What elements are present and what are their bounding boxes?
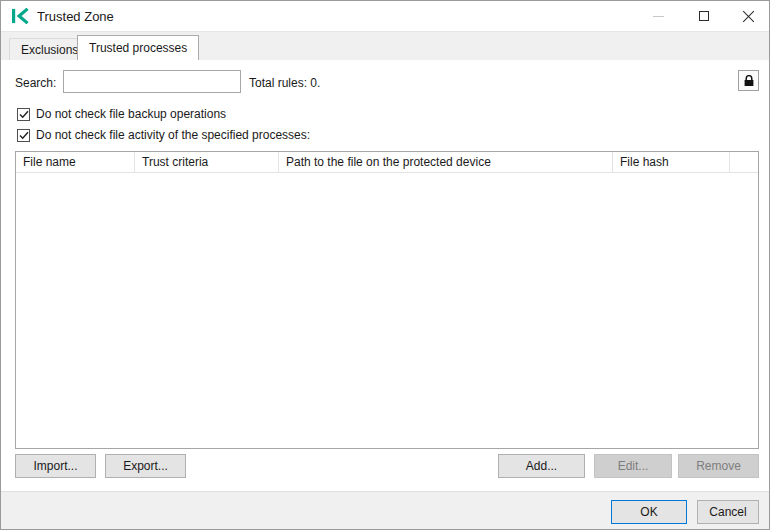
export-button[interactable]: Export... (105, 454, 186, 478)
lock-button[interactable] (738, 70, 759, 91)
column-header-path[interactable]: Path to the file on the protected device (279, 152, 613, 172)
checkmark-icon (19, 131, 29, 140)
dialog-footer: OK Cancel (1, 491, 770, 530)
column-header-file-hash[interactable]: File hash (613, 152, 730, 172)
ok-button[interactable]: OK (611, 500, 687, 524)
minimize-button[interactable] (636, 1, 681, 31)
remove-button: Remove (678, 454, 759, 478)
tab-trusted-processes-label: Trusted processes (89, 41, 187, 55)
table-body-empty (16, 173, 758, 448)
tab-exclusions-label: Exclusions (21, 43, 78, 57)
window-title: Trusted Zone (37, 9, 114, 24)
column-header-trust-criteria[interactable]: Trust criteria (135, 152, 279, 172)
tab-trusted-processes[interactable]: Trusted processes (77, 35, 199, 60)
maximize-icon (699, 11, 709, 21)
import-button[interactable]: Import... (15, 454, 96, 478)
edit-button: Edit... (594, 454, 672, 478)
checkbox-checked-icon (17, 129, 30, 142)
table-header-row: File name Trust criteria Path to the fil… (16, 152, 758, 173)
trusted-processes-panel: Search: Total rules: 0. Do not check fil… (1, 60, 770, 491)
maximize-button[interactable] (681, 1, 726, 31)
title-bar: Trusted Zone (1, 1, 770, 31)
kaspersky-logo-icon (11, 8, 29, 24)
close-button[interactable] (726, 1, 770, 31)
checkbox-backup-label: Do not check file backup operations (36, 107, 226, 121)
trusted-processes-table[interactable]: File name Trust criteria Path to the fil… (15, 151, 759, 449)
trusted-zone-dialog: Trusted Zone Exclusions Trusted processe… (0, 0, 770, 530)
checkbox-file-activity-label: Do not check file activity of the specif… (36, 128, 310, 142)
cancel-button[interactable]: Cancel (697, 500, 759, 524)
search-input[interactable] (63, 70, 241, 93)
checkbox-file-activity[interactable]: Do not check file activity of the specif… (17, 128, 310, 142)
add-button[interactable]: Add... (498, 454, 585, 478)
close-icon (743, 10, 755, 22)
checkbox-backup-operations[interactable]: Do not check file backup operations (17, 107, 226, 121)
lock-icon (743, 75, 755, 87)
checkbox-checked-icon (17, 108, 30, 121)
column-header-file-name[interactable]: File name (16, 152, 135, 172)
search-label: Search: (15, 76, 56, 90)
minimize-icon (653, 16, 664, 17)
total-rules-text: Total rules: 0. (249, 76, 320, 90)
checkmark-icon (19, 110, 29, 119)
tab-strip: Exclusions Trusted processes (1, 31, 770, 60)
